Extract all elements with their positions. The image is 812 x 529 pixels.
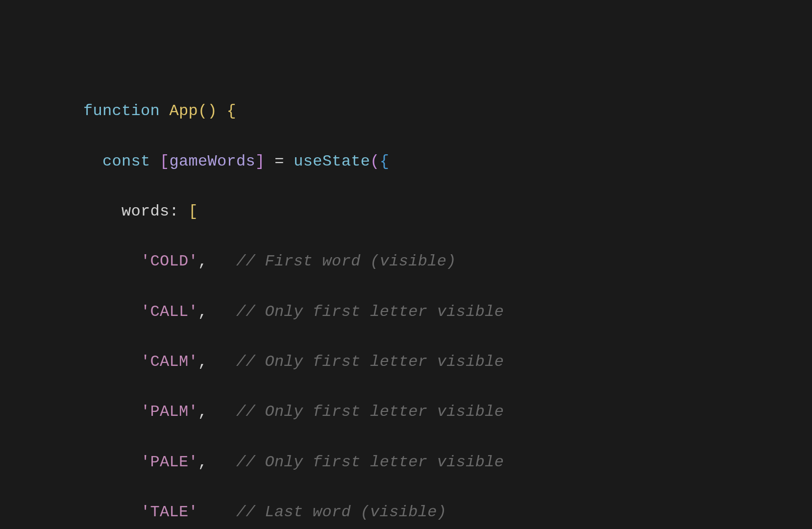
equals-operator: = xyxy=(274,152,284,170)
comma: , xyxy=(198,403,208,421)
comma: , xyxy=(198,303,208,321)
bracket-open: [ xyxy=(160,152,170,170)
string-literal: 'CALM' xyxy=(141,353,198,371)
function-name: App xyxy=(170,102,198,120)
brace-open: { xyxy=(227,102,237,120)
code-line: 'TALE' // Last word (visible) xyxy=(83,500,812,525)
code-line: function App() { xyxy=(83,98,812,123)
comment: // Only first letter visible xyxy=(236,453,504,471)
comment: // Only first letter visible xyxy=(236,403,504,421)
comment: // Only first letter visible xyxy=(236,303,504,321)
code-line: 'COLD', // First word (visible) xyxy=(83,249,812,274)
code-line: 'PALM', // Only first letter visible xyxy=(83,399,812,424)
code-line: const [gameWords] = useState({ xyxy=(83,149,812,174)
code-line: words: [ xyxy=(83,199,812,224)
bracket-open: [ xyxy=(189,202,198,220)
paren-pair: () xyxy=(198,102,217,120)
string-literal: 'TALE' xyxy=(141,503,198,521)
brace-open: { xyxy=(380,152,390,170)
variable-name: gameWords xyxy=(170,152,256,170)
paren-open: ( xyxy=(370,152,380,170)
string-literal: 'PALM' xyxy=(141,403,198,421)
comment: // Only first letter visible xyxy=(236,353,504,371)
keyword-function: function xyxy=(83,102,160,120)
comma: , xyxy=(198,453,208,471)
comma: , xyxy=(198,252,208,270)
code-editor[interactable]: function App() { const [gameWords] = use… xyxy=(0,0,812,529)
keyword-const: const xyxy=(102,152,150,170)
string-literal: 'CALL' xyxy=(141,303,198,321)
code-line: 'CALM', // Only first letter visible xyxy=(83,349,812,374)
bracket-close: ] xyxy=(255,152,265,170)
colon: : xyxy=(170,202,179,220)
code-line: 'CALL', // Only first letter visible xyxy=(83,299,812,324)
comment: // Last word (visible) xyxy=(236,503,446,521)
function-call: useState xyxy=(294,152,370,170)
comma: , xyxy=(198,353,208,371)
string-literal: 'COLD' xyxy=(141,252,198,270)
property-name: words xyxy=(122,202,170,220)
comment: // First word (visible) xyxy=(236,252,456,270)
code-line: 'PALE', // Only first letter visible xyxy=(83,450,812,475)
string-literal: 'PALE' xyxy=(141,453,198,471)
